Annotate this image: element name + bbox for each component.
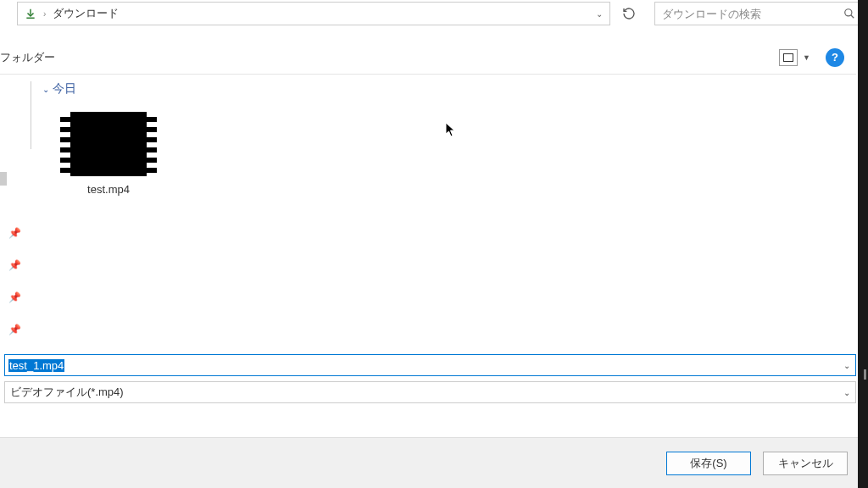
svg-point-0	[845, 9, 852, 16]
search-icon[interactable]	[843, 8, 855, 19]
filetype-select[interactable]: ビデオファイル(*.mp4) ⌄	[4, 381, 856, 403]
chevron-down-icon[interactable]: ⌄	[596, 9, 603, 19]
breadcrumb-separator-icon: ›	[43, 9, 46, 19]
sidebar: 📌 📌 📌 📌	[0, 75, 25, 336]
chevron-down-icon[interactable]: ⌄	[843, 361, 850, 370]
download-folder-icon	[25, 8, 36, 19]
sidebar-selection-indicator	[0, 172, 7, 186]
filename-value: test_1.mp4	[8, 359, 64, 372]
address-bar-row: › ダウンロード ⌄	[0, 0, 868, 27]
search-input[interactable]	[662, 8, 843, 20]
filetype-label: ビデオファイル(*.mp4)	[10, 385, 124, 400]
chevron-down-icon[interactable]: ⌄	[843, 388, 850, 397]
view-mode-dropdown-icon[interactable]: ▼	[803, 53, 810, 62]
search-box[interactable]	[654, 2, 863, 25]
new-folder-label[interactable]: フォルダー	[0, 50, 55, 65]
pin-icon[interactable]: 📌	[8, 259, 21, 271]
file-list-area[interactable]: ⌄ 今日 test.mp4	[42, 78, 856, 336]
background-indicator	[864, 369, 866, 380]
date-group-header[interactable]: ⌄ 今日	[42, 78, 856, 112]
view-mode-button[interactable]	[779, 49, 798, 66]
filename-input[interactable]: test_1.mp4 ⌄	[4, 354, 856, 376]
pin-icon[interactable]: 📌	[8, 227, 21, 239]
pin-icon[interactable]: 📌	[8, 324, 21, 336]
cancel-button[interactable]: キャンセル	[763, 452, 848, 475]
address-bar[interactable]: › ダウンロード ⌄	[17, 2, 610, 25]
save-button[interactable]: 保存(S)	[666, 452, 751, 475]
video-thumbnail-icon	[60, 112, 157, 176]
refresh-button[interactable]	[619, 3, 639, 24]
breadcrumb-location[interactable]: ダウンロード	[53, 6, 119, 21]
file-name-label: test.mp4	[87, 183, 130, 196]
file-item[interactable]: test.mp4	[49, 112, 168, 196]
chevron-down-icon: ⌄	[42, 85, 49, 94]
button-bar: 保存(S) キャンセル	[0, 437, 868, 488]
pin-icon[interactable]: 📌	[8, 291, 21, 303]
toolbar: フォルダー ▼ ?	[0, 41, 856, 75]
sidebar-divider	[31, 81, 31, 149]
background-window-strip	[858, 0, 868, 488]
bottom-input-area: test_1.mp4 ⌄ ビデオファイル(*.mp4) ⌄	[4, 354, 856, 403]
date-group-label: 今日	[53, 81, 76, 97]
help-button[interactable]: ?	[826, 48, 844, 67]
